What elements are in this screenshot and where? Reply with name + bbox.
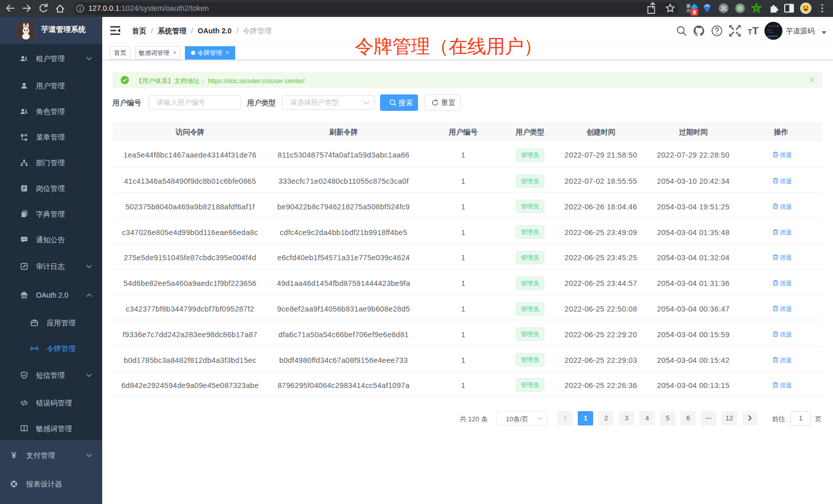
svg-text:9: 9: [693, 9, 696, 15]
svg-text:T: T: [752, 25, 759, 36]
svg-text:¥: ¥: [11, 451, 16, 460]
svg-text:⌘: ⌘: [721, 5, 727, 12]
svg-text:芋道源码: 芋道源码: [786, 27, 815, 35]
